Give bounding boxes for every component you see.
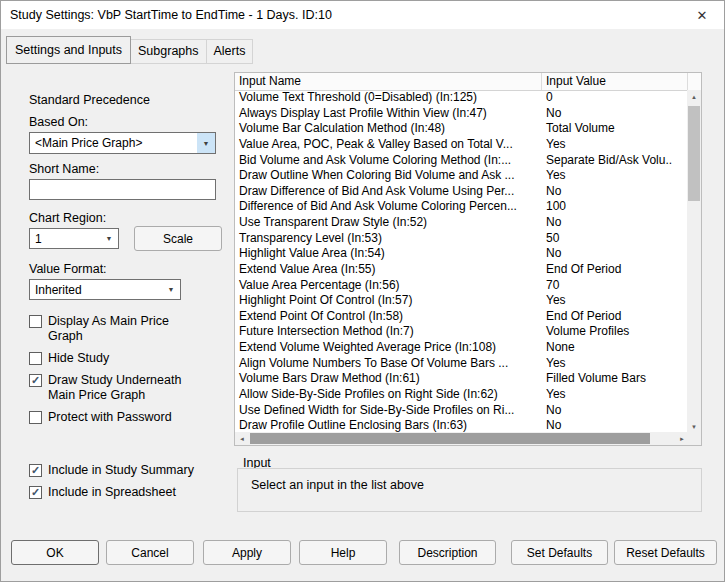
checkbox-display-as-main-price-graph[interactable]: Display As Main Price Graph bbox=[29, 314, 224, 344]
checkbox-include-in-study-summary[interactable]: ✓Include in Study Summary bbox=[29, 463, 224, 478]
cancel-button[interactable]: Cancel bbox=[106, 540, 194, 565]
input-group-box: Select an input in the list above bbox=[237, 468, 702, 512]
ok-button[interactable]: OK bbox=[11, 540, 99, 565]
value-format-select[interactable]: Inherited ▼ bbox=[29, 279, 181, 300]
input-value-cell: 0 bbox=[542, 90, 689, 106]
table-row[interactable]: Use Defined Width for Side-By-Side Profi… bbox=[235, 403, 689, 419]
scrollbar-corner bbox=[687, 432, 701, 445]
input-value-cell: Yes bbox=[542, 387, 689, 403]
horizontal-scrollbar[interactable]: ◄ ► bbox=[235, 432, 689, 445]
input-value-cell: 70 bbox=[542, 278, 689, 294]
table-row[interactable]: Allow Side-By-Side Profiles on Right Sid… bbox=[235, 387, 689, 403]
checkbox-checked-icon[interactable]: ✓ bbox=[29, 486, 42, 499]
table-row[interactable]: Value Area Percentage (In:56)70 bbox=[235, 278, 689, 294]
tab-alerts[interactable]: Alerts bbox=[206, 39, 254, 64]
horizontal-scroll-thumb[interactable] bbox=[250, 433, 650, 444]
input-name-cell: Extend Volume Weighted Average Price (In… bbox=[235, 340, 542, 356]
input-name-cell: Volume Bar Calculation Method (In:48) bbox=[235, 121, 542, 137]
checkbox-box[interactable] bbox=[29, 315, 42, 328]
table-row[interactable]: Align Volume Numbers To Base Of Volume B… bbox=[235, 356, 689, 372]
chevron-down-icon[interactable]: ▼ bbox=[197, 133, 215, 153]
table-row[interactable]: Always Display Last Profile Within View … bbox=[235, 106, 689, 122]
input-value-cell: Yes bbox=[542, 356, 689, 372]
input-name-cell: Always Display Last Profile Within View … bbox=[235, 106, 542, 122]
close-icon: ✕ bbox=[697, 8, 708, 23]
short-name-label: Short Name: bbox=[29, 162, 99, 176]
vertical-scroll-thumb[interactable] bbox=[688, 106, 700, 201]
table-row[interactable]: Bid Volume and Ask Volume Coloring Metho… bbox=[235, 153, 689, 169]
input-name-cell: Volume Bars Draw Method (In:61) bbox=[235, 371, 542, 387]
apply-button[interactable]: Apply bbox=[203, 540, 291, 565]
window-title: Study Settings: VbP StartTime to EndTime… bbox=[1, 8, 332, 22]
input-name-cell: Volume Text Threshold (0=Disabled) (In:1… bbox=[235, 90, 542, 106]
scroll-left-icon[interactable]: ◄ bbox=[235, 432, 249, 445]
input-name-cell: Use Defined Width for Side-By-Side Profi… bbox=[235, 403, 542, 419]
checkbox-label: Hide Study bbox=[48, 351, 109, 366]
table-row[interactable]: Volume Bar Calculation Method (In:48)Tot… bbox=[235, 121, 689, 137]
input-value-cell: End Of Period bbox=[542, 262, 689, 278]
chevron-down-icon[interactable]: ▼ bbox=[162, 280, 180, 299]
tab-subgraphs[interactable]: Subgraphs bbox=[130, 39, 206, 64]
help-button[interactable]: Help bbox=[299, 540, 387, 565]
table-row[interactable]: Extend Point Of Control (In:58)End Of Pe… bbox=[235, 309, 689, 325]
scale-button[interactable]: Scale bbox=[134, 226, 222, 251]
table-row[interactable]: Future Intersection Method (In:7)Volume … bbox=[235, 324, 689, 340]
checkbox-draw-study-underneath-main-price-graph[interactable]: ✓Draw Study Underneath Main Price Graph bbox=[29, 373, 224, 403]
based-on-value: <Main Price Graph> bbox=[30, 136, 197, 150]
short-name-input[interactable] bbox=[29, 179, 216, 200]
checkbox-label: Protect with Password bbox=[48, 410, 172, 425]
table-row[interactable]: Value Area, POC, Peak & Valley Based on … bbox=[235, 137, 689, 153]
input-name-cell: Extend Value Area (In:55) bbox=[235, 262, 542, 278]
input-name-cell: Value Area Percentage (In:56) bbox=[235, 278, 542, 294]
inputs-table-header: Input Name Input Value bbox=[235, 73, 701, 91]
checkbox-box[interactable] bbox=[29, 411, 42, 424]
input-value-cell: No bbox=[542, 403, 689, 419]
checkbox-hide-study[interactable]: Hide Study bbox=[29, 351, 224, 366]
input-value-cell: End Of Period bbox=[542, 309, 689, 325]
set-defaults-button[interactable]: Set Defaults bbox=[511, 540, 608, 565]
value-format-value: Inherited bbox=[30, 283, 162, 297]
table-row[interactable]: Difference of Bid And Ask Volume Colorin… bbox=[235, 199, 689, 215]
based-on-select[interactable]: <Main Price Graph> ▼ bbox=[29, 132, 216, 154]
checkbox-label: Display As Main Price Graph bbox=[48, 314, 206, 344]
input-value-cell: 100 bbox=[542, 199, 689, 215]
table-row[interactable]: Highlight Point Of Control (In:57)Yes bbox=[235, 293, 689, 309]
scroll-up-icon[interactable]: ▲ bbox=[687, 90, 701, 104]
table-row[interactable]: Volume Bars Draw Method (In:61)Filled Vo… bbox=[235, 371, 689, 387]
table-row[interactable]: Transparency Level (In:53)50 bbox=[235, 231, 689, 247]
description-button[interactable]: Description bbox=[399, 540, 496, 565]
include-checkbox-group: ✓Include in Study Summary✓Include in Spr… bbox=[29, 463, 224, 507]
table-row[interactable]: Draw Outline When Coloring Bid Volume an… bbox=[235, 168, 689, 184]
horizontal-scroll-track[interactable] bbox=[249, 432, 675, 445]
checkbox-checked-icon[interactable]: ✓ bbox=[29, 464, 42, 477]
column-header-input-name[interactable]: Input Name bbox=[235, 73, 542, 90]
study-settings-dialog: Study Settings: VbP StartTime to EndTime… bbox=[0, 0, 725, 582]
input-name-cell: Future Intersection Method (In:7) bbox=[235, 324, 542, 340]
table-row[interactable]: Volume Text Threshold (0=Disabled) (In:1… bbox=[235, 90, 689, 106]
input-name-cell: Extend Point Of Control (In:58) bbox=[235, 309, 542, 325]
close-button[interactable]: ✕ bbox=[680, 1, 724, 29]
title-bar: Study Settings: VbP StartTime to EndTime… bbox=[1, 1, 724, 30]
table-row[interactable]: Extend Volume Weighted Average Price (In… bbox=[235, 340, 689, 356]
table-row[interactable]: Extend Value Area (In:55)End Of Period bbox=[235, 262, 689, 278]
checkbox-include-in-spreadsheet[interactable]: ✓Include in Spreadsheet bbox=[29, 485, 224, 500]
column-header-input-value[interactable]: Input Value bbox=[542, 73, 688, 90]
input-name-cell: Use Transparent Draw Style (In:52) bbox=[235, 215, 542, 231]
checkbox-box[interactable] bbox=[29, 352, 42, 365]
table-row[interactable]: Use Transparent Draw Style (In:52)No bbox=[235, 215, 689, 231]
checkbox-checked-icon[interactable]: ✓ bbox=[29, 374, 42, 387]
tab-settings-and-inputs[interactable]: Settings and Inputs bbox=[6, 36, 131, 64]
table-row[interactable]: Highlight Value Area (In:54)No bbox=[235, 246, 689, 262]
vertical-scroll-track[interactable] bbox=[687, 104, 701, 420]
table-row[interactable]: Draw Difference of Bid And Ask Volume Us… bbox=[235, 184, 689, 200]
chart-region-select[interactable]: 1 ▼ bbox=[29, 228, 119, 249]
reset-defaults-button[interactable]: Reset Defaults bbox=[614, 540, 717, 565]
vertical-scrollbar[interactable]: ▲ ▼ bbox=[687, 90, 701, 434]
input-value-cell: Filled Volume Bars bbox=[542, 371, 689, 387]
input-name-cell: Transparency Level (In:53) bbox=[235, 231, 542, 247]
chevron-down-icon[interactable]: ▼ bbox=[100, 229, 118, 248]
input-name-cell: Highlight Value Area (In:54) bbox=[235, 246, 542, 262]
input-value-cell: No bbox=[542, 184, 689, 200]
precedence-label: Standard Precedence bbox=[29, 93, 150, 107]
checkbox-protect-with-password[interactable]: Protect with Password bbox=[29, 410, 224, 425]
